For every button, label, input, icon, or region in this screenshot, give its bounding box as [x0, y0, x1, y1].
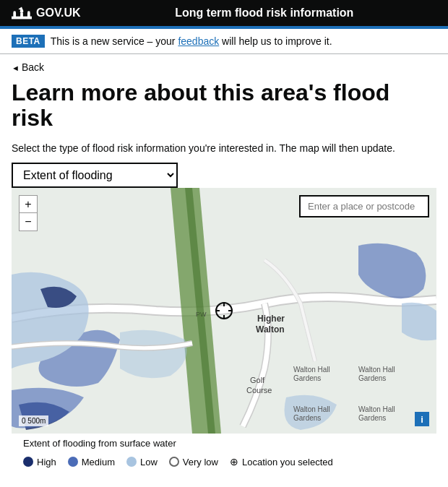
- legend-caption: Extent of flooding from surface water: [12, 434, 436, 452]
- page-header: GOV.UK Long term flood risk information: [0, 0, 448, 26]
- gov-uk-logo: GOV.UK: [12, 6, 81, 20]
- beta-tag: BETA: [12, 35, 45, 48]
- map-scale-bar: 0 500m: [19, 415, 48, 426]
- legend-location-label: Location you selected: [242, 457, 333, 467]
- location-crosshair: [214, 301, 234, 321]
- svg-text:Course: Course: [246, 386, 272, 395]
- crosshair-icon: ⊕: [230, 456, 238, 467]
- legend-very-low: Very low: [169, 457, 218, 467]
- instruction-text: Select the type of flood risk informatio…: [12, 142, 436, 154]
- map-zoom-controls: + −: [19, 195, 38, 231]
- svg-text:Gardens: Gardens: [293, 414, 321, 422]
- map-legend: High Medium Low Very low ⊕ Location you …: [12, 452, 436, 475]
- map-search-container: [299, 195, 429, 217]
- svg-text:Walton: Walton: [256, 324, 285, 335]
- svg-text:Higher: Higher: [257, 314, 285, 324]
- header-title: Long term flood risk information: [92, 7, 436, 20]
- svg-point-4: [13, 11, 16, 14]
- flood-map: Higher Walton Golf Course Walton Hall Ga…: [12, 188, 436, 434]
- legend-high-label: High: [37, 457, 56, 467]
- feedback-link[interactable]: feedback: [178, 35, 219, 47]
- svg-text:Gardens: Gardens: [358, 414, 386, 422]
- svg-text:Walton Hall: Walton Hall: [358, 405, 395, 413]
- svg-text:Walton Hall: Walton Hall: [358, 366, 395, 374]
- svg-text:Walton Hall: Walton Hall: [293, 405, 330, 413]
- svg-rect-2: [20, 13, 23, 17]
- legend-high: High: [23, 457, 56, 467]
- beta-text: This is a new service – your feedback wi…: [51, 35, 332, 47]
- page-title: Learn more about this area's flood risk: [12, 80, 436, 131]
- legend-low: Low: [126, 457, 158, 467]
- legend-low-label: Low: [140, 457, 158, 467]
- legend-medium: Medium: [68, 457, 115, 467]
- crown-icon: [12, 6, 32, 20]
- svg-text:Golf: Golf: [250, 376, 265, 384]
- main-content: Learn more about this area's flood risk …: [0, 80, 448, 486]
- flood-type-dropdown-container: Extent of flooding Rivers and the sea Su…: [12, 163, 436, 188]
- beta-banner: BETA This is a new service – your feedba…: [0, 29, 448, 54]
- legend-high-dot: [23, 457, 33, 467]
- svg-point-6: [27, 11, 30, 14]
- zoom-in-button[interactable]: +: [20, 196, 37, 213]
- map-info-button[interactable]: i: [415, 412, 429, 426]
- legend-low-dot: [126, 457, 137, 467]
- svg-text:Gardens: Gardens: [358, 374, 386, 382]
- back-link[interactable]: Back: [12, 61, 44, 73]
- back-link-container: Back: [0, 54, 448, 80]
- svg-text:Walton Hall: Walton Hall: [293, 366, 330, 374]
- legend-location: ⊕ Location you selected: [230, 456, 333, 467]
- map-search-input[interactable]: [299, 195, 429, 217]
- flood-type-select[interactable]: Extent of flooding Rivers and the sea Su…: [12, 163, 178, 188]
- zoom-out-button[interactable]: −: [20, 213, 37, 230]
- legend-very-low-dot: [169, 457, 179, 467]
- legend-medium-dot: [68, 457, 78, 467]
- svg-text:Gardens: Gardens: [293, 374, 321, 382]
- legend-medium-label: Medium: [82, 457, 115, 467]
- legend-very-low-label: Very low: [183, 457, 218, 467]
